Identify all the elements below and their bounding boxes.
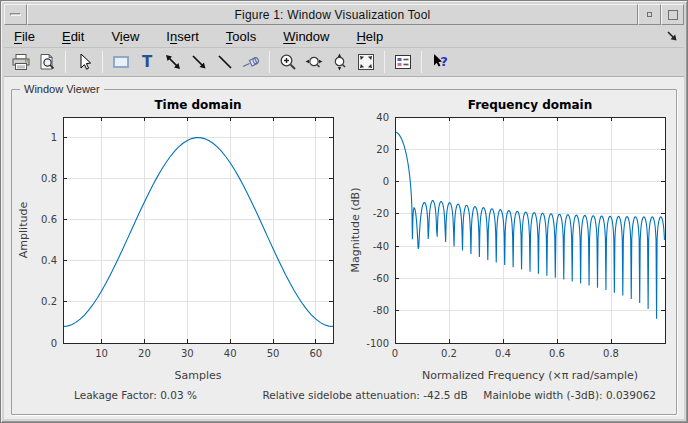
print-preview-button[interactable] bbox=[34, 50, 60, 75]
zoom-y-button[interactable] bbox=[327, 50, 353, 75]
legend-icon bbox=[393, 52, 413, 72]
double-arrow-icon bbox=[163, 52, 183, 72]
svg-text:Normalized Frequency (×π rad/: Normalized Frequency (×π rad/sample) bbox=[422, 369, 638, 382]
menu-tools[interactable]: Tools bbox=[226, 29, 256, 44]
menu-view[interactable]: View bbox=[111, 29, 139, 44]
zoom-in-icon bbox=[278, 52, 298, 72]
svg-text:Frequency domain: Frequency domain bbox=[468, 98, 593, 112]
menubar-items: FileEditViewInsertToolsWindowHelp bbox=[14, 29, 383, 44]
svg-text:1: 1 bbox=[51, 132, 57, 143]
frequency-domain-plot: 00.20.40.60.8-100-80-60-40-2002040Freque… bbox=[348, 95, 672, 387]
menu-window[interactable]: Window bbox=[283, 29, 329, 44]
toolbar-separator bbox=[421, 51, 422, 73]
svg-text:0: 0 bbox=[392, 348, 398, 359]
print-button[interactable] bbox=[8, 50, 34, 75]
print-preview-icon bbox=[37, 52, 57, 72]
svg-text:-20: -20 bbox=[373, 208, 389, 219]
menu-file[interactable]: File bbox=[14, 29, 35, 44]
line-icon bbox=[215, 52, 235, 72]
svg-text:0.8: 0.8 bbox=[603, 348, 619, 359]
svg-text:40: 40 bbox=[376, 112, 389, 123]
insert-arrow-button[interactable] bbox=[186, 50, 212, 75]
zoom-y-icon bbox=[330, 52, 350, 72]
rectangle-icon bbox=[111, 52, 131, 72]
svg-text:0: 0 bbox=[51, 338, 57, 349]
zoom-x-button[interactable] bbox=[301, 50, 327, 75]
titlebar: Figure 1: Window Visualization Tool bbox=[4, 4, 684, 25]
toolbar: T bbox=[4, 48, 684, 77]
window-menu-icon bbox=[10, 13, 21, 16]
svg-text:0.8: 0.8 bbox=[41, 173, 57, 184]
svg-text:Amplitude: Amplitude bbox=[17, 202, 30, 259]
svg-text:0.4: 0.4 bbox=[495, 348, 511, 359]
leakage-factor-label: Leakage Factor: 0.03 % bbox=[16, 389, 262, 401]
svg-text:60: 60 bbox=[309, 348, 322, 359]
full-view-button[interactable] bbox=[353, 50, 379, 75]
metrics-row: Leakage Factor: 0.03 % Relative sidelobe… bbox=[16, 389, 672, 401]
menubar: FileEditViewInsertToolsWindowHelp bbox=[4, 25, 684, 48]
menu-help[interactable]: Help bbox=[356, 29, 383, 44]
svg-text:40: 40 bbox=[224, 348, 237, 359]
svg-text:-80: -80 bbox=[373, 305, 389, 316]
whats-this-icon: ? bbox=[430, 52, 450, 72]
toolbar-separator bbox=[65, 51, 66, 73]
svg-text:T: T bbox=[142, 53, 153, 71]
svg-text:-100: -100 bbox=[366, 338, 389, 349]
insert-rectangle-button[interactable] bbox=[108, 50, 134, 75]
svg-text:?: ? bbox=[440, 54, 448, 69]
insert-line-button[interactable] bbox=[212, 50, 238, 75]
svg-text:-60: -60 bbox=[373, 273, 389, 284]
window-title: Figure 1: Window Visualization Tool bbox=[27, 4, 638, 25]
svg-text:0: 0 bbox=[383, 176, 389, 187]
pin-to-axes-button[interactable] bbox=[238, 50, 264, 75]
dock-figure-button[interactable] bbox=[664, 28, 680, 44]
minimize-button[interactable] bbox=[638, 4, 661, 25]
edit-plot-button[interactable] bbox=[71, 50, 97, 75]
pin-icon bbox=[241, 52, 261, 72]
svg-text:0.2: 0.2 bbox=[441, 348, 457, 359]
insert-double-arrow-button[interactable] bbox=[160, 50, 186, 75]
whats-this-button[interactable]: ? bbox=[427, 50, 453, 75]
pointer-icon bbox=[74, 52, 94, 72]
print-icon bbox=[11, 52, 31, 72]
plots-row: 10203040506000.20.40.60.81Time domainSam… bbox=[16, 95, 672, 387]
svg-text:Samples: Samples bbox=[175, 369, 222, 382]
svg-text:0.4: 0.4 bbox=[41, 255, 57, 266]
toolbar-separator bbox=[384, 51, 385, 73]
legend-button[interactable] bbox=[390, 50, 416, 75]
zoom-in-button[interactable] bbox=[275, 50, 301, 75]
mainlobe-width-label: Mainlobe width (-3dB): 0.039062 bbox=[468, 389, 672, 401]
menu-insert[interactable]: Insert bbox=[166, 29, 199, 44]
svg-text:0.2: 0.2 bbox=[41, 296, 57, 307]
menu-edit[interactable]: Edit bbox=[62, 29, 84, 44]
zoom-x-icon bbox=[304, 52, 324, 72]
svg-text:10: 10 bbox=[95, 348, 108, 359]
dock-arrow-icon bbox=[665, 29, 679, 43]
time-domain-plot: 10203040506000.20.40.60.81Time domainSam… bbox=[16, 95, 340, 387]
arrow-icon bbox=[189, 52, 209, 72]
svg-text:0.6: 0.6 bbox=[41, 214, 57, 225]
figure-window: Figure 1: Window Visualization Tool File… bbox=[0, 0, 688, 423]
svg-text:Magnitude (dB): Magnitude (dB) bbox=[349, 188, 362, 273]
window-menu-button[interactable] bbox=[4, 4, 27, 25]
svg-text:50: 50 bbox=[267, 348, 280, 359]
full-view-icon bbox=[356, 52, 376, 72]
svg-text:Time domain: Time domain bbox=[154, 98, 241, 112]
insert-text-button[interactable]: T bbox=[134, 50, 160, 75]
svg-text:20: 20 bbox=[376, 144, 389, 155]
maximize-button[interactable] bbox=[661, 4, 684, 25]
text-icon: T bbox=[137, 52, 157, 72]
svg-text:20: 20 bbox=[138, 348, 151, 359]
toolbar-separator bbox=[102, 51, 103, 73]
toolbar-separator bbox=[269, 51, 270, 73]
minimize-icon bbox=[647, 12, 652, 17]
maximize-icon bbox=[668, 10, 678, 20]
svg-text:0.6: 0.6 bbox=[549, 348, 565, 359]
figure-client-area: Window Viewer 10203040506000.20.40.60.81… bbox=[4, 77, 684, 419]
sidelobe-attenuation-label: Relative sidelobe attenuation: -42.5 dB bbox=[262, 389, 467, 401]
window-viewer-label: Window Viewer bbox=[20, 83, 104, 95]
window-viewer-panel: Window Viewer 10203040506000.20.40.60.81… bbox=[11, 83, 677, 415]
svg-text:30: 30 bbox=[181, 348, 194, 359]
svg-text:-40: -40 bbox=[373, 241, 389, 252]
